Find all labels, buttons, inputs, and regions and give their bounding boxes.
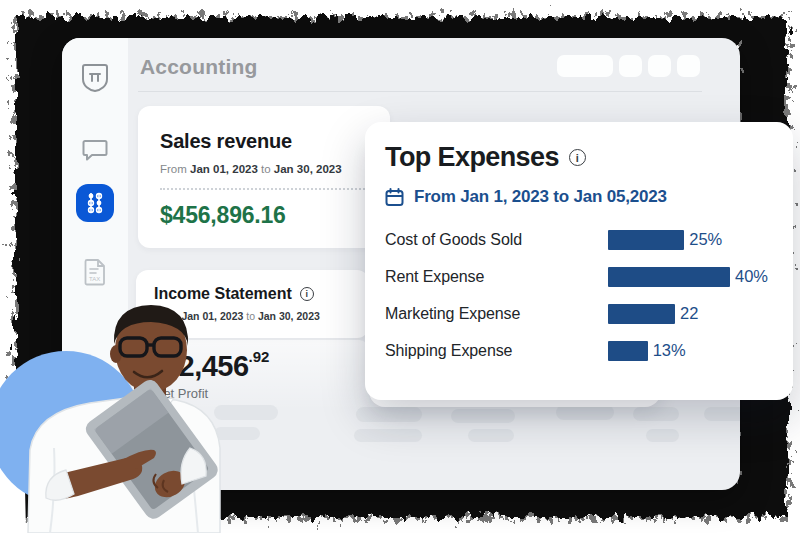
shield-pi-icon [81, 63, 109, 93]
chat-bubble-icon [82, 138, 108, 162]
sales-revenue-amount: $456,896.16 [160, 202, 368, 229]
top-expenses-card: Top Expenses i From Jan 1, 2023 to Jan 0… [365, 122, 793, 400]
sales-revenue-title: Sales revenue [160, 130, 368, 153]
expense-bar [608, 267, 730, 287]
expense-label: Shipping Expense [385, 342, 608, 360]
info-icon[interactable]: i [569, 149, 586, 166]
person-illustration [0, 298, 226, 533]
calendar-icon [385, 188, 404, 207]
dotted-divider [160, 188, 368, 190]
expense-value: 40% [735, 267, 768, 286]
toolbar-button-1[interactable] [557, 55, 613, 77]
skeleton-bar [451, 409, 515, 423]
skeleton-bar [704, 407, 740, 421]
expenses-date-range: From Jan 1, 2023 to Jan 05,2023 [414, 187, 667, 207]
screenshot-stage: TAX Accounting Sales revenue From Jan 01… [0, 0, 800, 533]
skeleton-bar [354, 429, 422, 442]
page-title: Accounting [140, 55, 258, 79]
expense-bar [608, 341, 648, 361]
expenses-bar-chart: Cost of Goods Sold 25% Rent Expense 40% … [385, 221, 771, 369]
svg-text:TAX: TAX [89, 276, 100, 282]
skeleton-bar [633, 407, 679, 421]
toolbar-button-3[interactable] [648, 55, 671, 77]
skeleton-bar [646, 429, 679, 442]
header-toolbar [557, 55, 700, 77]
expense-row: Cost of Goods Sold 25% [385, 221, 771, 258]
expense-bar [608, 304, 675, 324]
sales-revenue-date-range: From Jan 01, 2023 to Jan 30, 2023 [160, 163, 368, 175]
expense-bar [608, 230, 684, 250]
expenses-date-range-picker[interactable]: From Jan 1, 2023 to Jan 05,2023 [385, 187, 771, 207]
sidebar-item-tax[interactable]: TAX [75, 252, 115, 292]
top-expenses-title: Top Expenses [385, 142, 559, 173]
abacus-icon [84, 191, 106, 215]
sidebar-item-logo[interactable] [75, 58, 115, 98]
skeleton-bar [468, 429, 514, 442]
expense-label: Rent Expense [385, 268, 608, 286]
sidebar-item-messages[interactable] [75, 130, 115, 170]
expense-value: 22 [680, 304, 698, 323]
skeleton-bar [356, 407, 422, 422]
expense-row: Marketing Expense 22 [385, 295, 771, 332]
sidebar-item-accounting[interactable] [76, 184, 114, 222]
info-icon[interactable]: i [300, 287, 314, 301]
expense-row: Shipping Expense 13% [385, 332, 771, 369]
toolbar-button-4[interactable] [677, 55, 700, 77]
skeleton-bar [556, 405, 614, 420]
tax-document-icon: TAX [83, 258, 107, 286]
toolbar-button-2[interactable] [619, 55, 642, 77]
expense-label: Marketing Expense [385, 305, 608, 323]
expense-row: Rent Expense 40% [385, 258, 771, 295]
header-divider [138, 91, 702, 92]
expense-value: 13% [653, 341, 686, 360]
expense-value: 25% [689, 230, 722, 249]
sales-revenue-card: Sales revenue From Jan 01, 2023 to Jan 3… [138, 106, 390, 248]
expense-label: Cost of Goods Sold [385, 231, 608, 249]
